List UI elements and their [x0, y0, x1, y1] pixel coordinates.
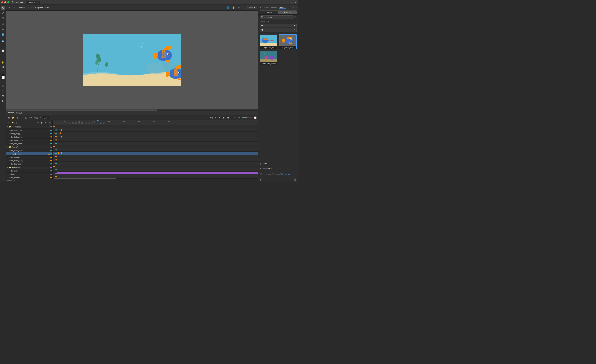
search-clear-icon[interactable]: × — [291, 16, 292, 18]
graph-btn[interactable]: 📈 — [253, 116, 257, 119]
maximize-button[interactable] — [7, 1, 9, 3]
layer-fin-back-copy-1[interactable]: ▭ fin_back_copy — [6, 139, 52, 142]
delete-icon[interactable]: 🗑 — [294, 178, 297, 181]
eye-icon[interactable]: 👁 — [36, 121, 39, 124]
track-fin-top-copy-1[interactable] — [52, 142, 258, 145]
document-tab[interactable]: Untitled-1* × — [26, 1, 40, 4]
navigate-back[interactable]: ← — [13, 6, 17, 10]
track-fin-side-copy-1[interactable] — [52, 128, 258, 132]
filter-icon[interactable]: ⚙ — [295, 16, 297, 18]
pencil-tool[interactable]: ✏ — [1, 27, 5, 32]
go-prev-frame[interactable]: ◀ — [214, 116, 217, 119]
track-fin-back-copy-2[interactable] — [52, 158, 258, 161]
static-header[interactable]: ▶ Static — [258, 161, 298, 166]
stage-fit-btn[interactable]: ⊞ — [237, 6, 241, 10]
go-next-frame[interactable]: ▶ — [222, 116, 226, 119]
track-fin-side[interactable] — [52, 168, 258, 172]
sync-btn[interactable]: ⟳ — [237, 116, 241, 119]
snap-button[interactable]: ⊞ — [1, 83, 5, 88]
globe-icon[interactable]: 🌐 — [226, 6, 230, 10]
track-fin-back-copy-1[interactable] — [52, 138, 258, 142]
eyedropper-tool[interactable]: 💧 — [1, 39, 5, 43]
asset-button[interactable]: 🖼 — [1, 88, 5, 93]
eraser-tool[interactable]: ⬜ — [1, 49, 5, 53]
track-fin-bottom-2[interactable] — [52, 155, 258, 158]
subselect-tool[interactable]: ↗ — [1, 11, 5, 15]
close-button[interactable] — [1, 1, 3, 3]
layer-group-headfish[interactable]: ▼ 📁 Head Fish — [6, 166, 52, 169]
list-view-icon[interactable]: ≡ — [296, 6, 297, 8]
tracks-scroll[interactable] — [52, 125, 258, 178]
freetransform-tool[interactable]: ⊡ — [1, 16, 5, 20]
track-fin-top-copy-2[interactable] — [52, 161, 258, 165]
track-headfish-group[interactable] — [52, 165, 258, 168]
add-frame-btn[interactable]: □ — [20, 116, 24, 119]
chevron-up-icon[interactable]: ⬆ — [260, 178, 262, 181]
track-body[interactable] — [52, 172, 258, 175]
layer-fin-side-copy-2[interactable]: ▭ fin_side_copy — [6, 149, 52, 152]
fill-color[interactable] — [2, 76, 5, 79]
layer-body-copy-1[interactable]: ▭ body_copy — [6, 132, 52, 135]
camera-button[interactable]: 📷 — [1, 93, 5, 98]
layers-panel-button[interactable]: ◧ — [1, 98, 5, 103]
visibility-icon[interactable]: ◉ — [44, 121, 47, 124]
layer-fin-back-copy-2[interactable]: ▭ fin_back_copy — [6, 159, 52, 162]
asset-aquarium[interactable]: Aquarium_bg — [260, 34, 278, 49]
tab-assets[interactable]: Assets — [279, 6, 286, 9]
soundclips-header[interactable]: ▶ Sound clips — [258, 166, 298, 171]
filter-dropdown-2[interactable]: All ▼ — [260, 28, 297, 32]
tab-output[interactable]: Output — [16, 111, 22, 114]
timeline-minimize[interactable]: − — [253, 111, 257, 115]
current-frame[interactable]: 156 F — [43, 116, 49, 119]
add-layer-icon[interactable]: + — [7, 121, 10, 124]
track-fin-bottom-1[interactable] — [52, 135, 258, 138]
layer-fin-bottom-1[interactable]: ▭ fin_bottom_... — [6, 135, 52, 139]
hand-tool[interactable]: ✋ — [1, 60, 5, 65]
info-icon[interactable]: ℹ — [293, 6, 294, 8]
add-layer-btn[interactable]: 📁 — [11, 116, 15, 119]
close-icon[interactable]: ✕ — [295, 1, 297, 4]
track-follow2-group[interactable] — [52, 145, 258, 148]
delete-layer-btn[interactable]: 🗑 — [16, 116, 19, 119]
asset-underwater[interactable]: Underwater_scene — [260, 50, 278, 66]
window-icon[interactable]: □ — [292, 1, 293, 4]
play-pause[interactable]: ▶ — [218, 116, 222, 119]
speed-slider[interactable] — [242, 117, 252, 118]
delete-layer-icon[interactable]: 🗑 — [15, 121, 18, 124]
zoom-control[interactable]: 100% ▼ — [247, 6, 257, 9]
get-started-link[interactable]: Get started — [281, 173, 290, 175]
track-body-copy-2[interactable] — [52, 152, 258, 155]
camera-record-btn[interactable]: 📷 — [7, 116, 11, 119]
lock-icon[interactable]: 🔒 — [40, 121, 43, 124]
tab-properties[interactable]: Properties — [260, 6, 269, 9]
layer-body[interactable]: ▭ body — [6, 173, 52, 176]
zoom-out-btn[interactable]: ↕ — [242, 6, 246, 10]
brush-tool[interactable]: 🖌 — [1, 22, 5, 27]
go-prev-keyframe[interactable]: ◀◀ — [209, 116, 213, 119]
layer-body-copy-2[interactable]: ● ▭ body_copy 👁 🔒 — [6, 152, 52, 156]
layer-fin-top-copy-1[interactable]: ▭ fin_top_copy — [6, 142, 52, 145]
loop-btn[interactable]: ↩ — [233, 116, 237, 119]
upload-icon[interactable]: ⬆ — [288, 1, 290, 4]
search-box[interactable]: 🔍 aquarium × — [260, 15, 294, 19]
tab-timeline[interactable]: Timeline — [7, 111, 14, 114]
hand-tool-btn[interactable]: ✋ — [231, 6, 236, 10]
type-tool[interactable]: T — [1, 44, 5, 48]
layer-fin-bottom[interactable]: ▭ fin_bottom — [6, 176, 52, 179]
filter-dropdown-1[interactable]: All ▼ — [260, 24, 297, 27]
track-body-copy-1[interactable] — [52, 132, 258, 135]
track-followfish-group[interactable] — [52, 125, 258, 128]
zoom-tool[interactable]: 🔎 — [1, 65, 5, 70]
go-next-keyframe[interactable]: ▶▶ — [226, 116, 230, 119]
paint-bucket-tool[interactable]: 🪣 — [1, 32, 5, 37]
canvas-scrollbar-thumb[interactable] — [6, 109, 157, 110]
tab-close-icon[interactable]: × — [37, 1, 38, 3]
motion-path-btn[interactable]: ⟿ — [29, 116, 32, 119]
layer-fin-top-copy-2[interactable]: ▭ fin_top_copy — [6, 162, 52, 166]
layer-group-followfish[interactable]: ▼ 📁 Follow Fish — [6, 125, 52, 129]
symbol-home-icon[interactable]: ⌂ — [30, 6, 34, 10]
layers-btn[interactable]: ◫ — [24, 116, 28, 119]
layer-fin-side-copy-1[interactable]: ▭ fin_side_copy — [6, 129, 52, 132]
track-fin-side-copy-2[interactable] — [52, 148, 258, 152]
custom-tab[interactable]: Custom — [278, 10, 297, 14]
